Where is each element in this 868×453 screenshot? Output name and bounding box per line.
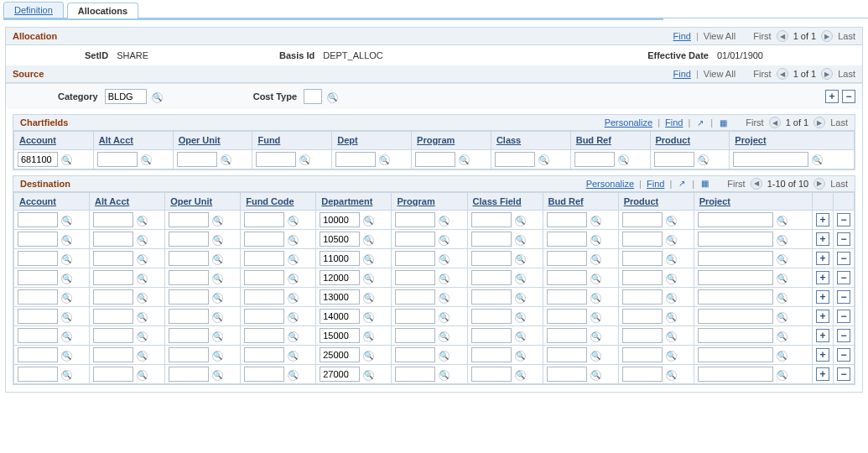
dest-program-lookup-icon[interactable] — [439, 351, 450, 362]
dest-bud-ref-lookup-icon[interactable] — [590, 370, 601, 381]
allocation-last[interactable]: Last — [838, 31, 855, 41]
dest-fund-lookup-icon[interactable] — [288, 312, 299, 323]
dest-alt-acct-input[interactable] — [93, 309, 133, 324]
dest-dept-input[interactable] — [320, 232, 360, 247]
tab-allocations[interactable]: Allocations — [67, 3, 138, 18]
cf-fund-lookup-icon[interactable] — [299, 154, 310, 165]
add-row-button[interactable]: + — [816, 232, 829, 246]
cf-dept-lookup-icon[interactable] — [379, 154, 390, 165]
dest-program-lookup-icon[interactable] — [439, 235, 450, 246]
dest-product-input[interactable] — [622, 212, 663, 227]
add-row-button[interactable]: + — [816, 271, 829, 284]
dest-product-lookup-icon[interactable] — [666, 216, 677, 226]
nav-prev-icon[interactable]: ◀ — [751, 178, 762, 190]
dest-project-lookup-icon[interactable] — [777, 370, 787, 381]
dest-fund-lookup-icon[interactable] — [288, 331, 299, 342]
dest-dept-lookup-icon[interactable] — [363, 254, 374, 265]
dest-account-lookup-icon[interactable] — [61, 351, 72, 362]
category-lookup-icon[interactable] — [152, 92, 163, 103]
dest-bud-ref-input[interactable] — [547, 232, 587, 247]
dest-dept-lookup-icon[interactable] — [363, 312, 374, 323]
dest-oper-unit-input[interactable] — [169, 270, 209, 285]
dest-bud-ref-input[interactable] — [547, 270, 587, 285]
dest-class-input[interactable] — [471, 232, 512, 247]
dest-dept-lookup-icon[interactable] — [363, 293, 374, 304]
column-header[interactable]: Product — [650, 132, 730, 150]
dest-bud-ref-input[interactable] — [547, 347, 587, 362]
dest-fund-lookup-icon[interactable] — [288, 254, 299, 265]
dest-oper-unit-input[interactable] — [169, 251, 209, 266]
source-add-row-button[interactable]: + — [825, 90, 839, 103]
dest-oper-unit-lookup-icon[interactable] — [212, 370, 223, 381]
del-row-button[interactable]: − — [837, 329, 850, 342]
dest-class-input[interactable] — [471, 367, 512, 382]
dest-product-input[interactable] — [622, 367, 663, 382]
nav-prev-icon[interactable]: ◀ — [769, 117, 781, 128]
dest-product-input[interactable] — [622, 270, 663, 285]
dest-fund-lookup-icon[interactable] — [288, 235, 299, 246]
dest-fund-input[interactable] — [244, 367, 284, 382]
cf-bud-ref-input[interactable] — [574, 152, 615, 167]
add-row-button[interactable]: + — [816, 310, 829, 323]
dest-product-lookup-icon[interactable] — [666, 312, 677, 323]
dest-dept-lookup-icon[interactable] — [363, 235, 374, 246]
dest-account-input[interactable] — [18, 270, 58, 285]
dest-bud-ref-input[interactable] — [547, 251, 587, 266]
column-header[interactable]: Bud Ref — [570, 132, 650, 150]
dest-account-lookup-icon[interactable] — [61, 293, 72, 304]
dest-product-input[interactable] — [622, 328, 663, 343]
source-del-row-button[interactable]: − — [842, 90, 855, 103]
column-header[interactable]: Project — [730, 132, 855, 150]
dest-bud-ref-lookup-icon[interactable] — [590, 235, 601, 246]
dest-alt-acct-input[interactable] — [93, 347, 133, 362]
cf-class-input[interactable] — [495, 152, 535, 167]
dest-alt-acct-lookup-icon[interactable] — [137, 293, 148, 304]
column-header[interactable]: Bud Ref — [543, 192, 618, 211]
dest-program-input[interactable] — [395, 328, 435, 343]
dest-bud-ref-lookup-icon[interactable] — [590, 273, 601, 284]
cf-fund-input[interactable] — [256, 152, 296, 167]
dest-oper-unit-input[interactable] — [169, 367, 209, 382]
dest-alt-acct-lookup-icon[interactable] — [137, 254, 148, 265]
cf-bud-ref-lookup-icon[interactable] — [618, 154, 629, 165]
dest-product-lookup-icon[interactable] — [666, 254, 677, 265]
add-row-button[interactable]: + — [816, 348, 829, 362]
dest-alt-acct-lookup-icon[interactable] — [137, 370, 148, 381]
costtype-input[interactable] — [304, 89, 322, 104]
cf-program-lookup-icon[interactable] — [459, 154, 470, 165]
dest-find-link[interactable]: Find — [647, 179, 664, 189]
dest-program-lookup-icon[interactable] — [439, 273, 450, 284]
dest-account-input[interactable] — [18, 367, 58, 382]
dest-fund-lookup-icon[interactable] — [288, 351, 299, 362]
dest-project-input[interactable] — [698, 309, 773, 324]
dest-alt-acct-input[interactable] — [93, 289, 133, 305]
dest-account-lookup-icon[interactable] — [61, 254, 72, 265]
dest-alt-acct-lookup-icon[interactable] — [137, 312, 148, 323]
dest-dept-input[interactable] — [320, 289, 360, 305]
dest-class-lookup-icon[interactable] — [515, 312, 526, 323]
column-header[interactable]: Fund — [252, 132, 332, 150]
cf-first[interactable]: First — [746, 117, 763, 128]
source-first[interactable]: First — [753, 69, 771, 79]
dest-fund-input[interactable] — [244, 212, 284, 227]
dest-product-input[interactable] — [622, 251, 663, 266]
dest-account-input[interactable] — [18, 289, 58, 305]
dest-program-lookup-icon[interactable] — [439, 331, 450, 342]
dest-project-input[interactable] — [698, 270, 773, 285]
dest-project-lookup-icon[interactable] — [777, 254, 787, 265]
add-row-button[interactable]: + — [816, 213, 829, 226]
dest-fund-input[interactable] — [244, 328, 284, 343]
dest-program-lookup-icon[interactable] — [439, 312, 450, 323]
source-find-link[interactable]: Find — [673, 69, 691, 79]
dest-class-lookup-icon[interactable] — [515, 235, 526, 246]
allocation-first[interactable]: First — [753, 31, 771, 41]
cf-alt-acct-input[interactable] — [97, 152, 138, 167]
cf-class-lookup-icon[interactable] — [538, 154, 549, 165]
cf-alt-acct-lookup-icon[interactable] — [141, 154, 152, 165]
nav-next-icon[interactable]: ▶ — [813, 178, 825, 190]
nav-next-icon[interactable]: ▶ — [821, 30, 833, 42]
popup-icon[interactable]: ↗ — [677, 179, 687, 188]
del-row-button[interactable]: − — [837, 348, 850, 362]
dest-bud-ref-lookup-icon[interactable] — [590, 331, 601, 342]
dest-project-lookup-icon[interactable] — [777, 351, 787, 362]
